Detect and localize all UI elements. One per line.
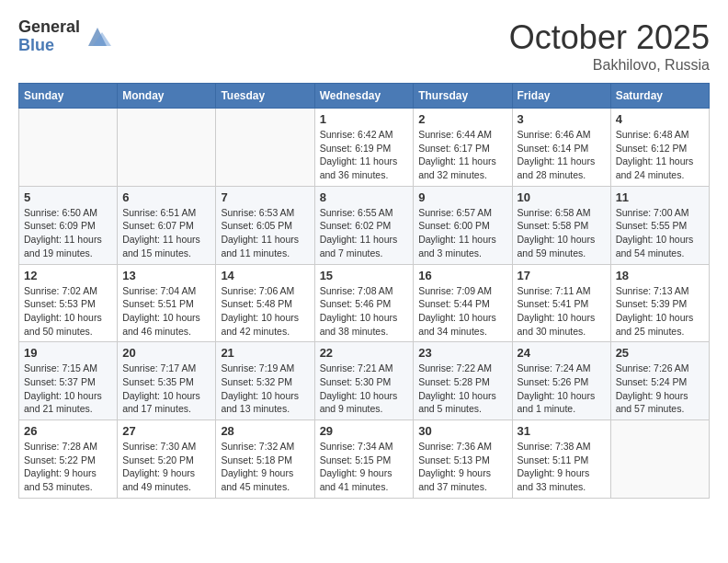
day-info: Sunrise: 7:04 AM Sunset: 5:51 PM Dayligh… <box>122 284 210 339</box>
calendar-week-5: 26Sunrise: 7:28 AM Sunset: 5:22 PM Dayli… <box>19 420 710 499</box>
calendar-cell: 13Sunrise: 7:04 AM Sunset: 5:51 PM Dayli… <box>118 264 216 342</box>
day-header-sunday: Sunday <box>19 84 118 109</box>
day-header-saturday: Saturday <box>610 84 709 109</box>
day-number: 30 <box>418 424 506 438</box>
logo-text: General Blue <box>18 18 80 55</box>
day-info: Sunrise: 7:17 AM Sunset: 5:35 PM Dayligh… <box>122 362 210 416</box>
day-header-monday: Monday <box>118 84 216 109</box>
calendar-cell: 28Sunrise: 7:32 AM Sunset: 5:18 PM Dayli… <box>216 420 314 499</box>
calendar-cell: 5Sunrise: 6:50 AM Sunset: 6:09 PM Daylig… <box>19 186 118 264</box>
calendar-cell: 19Sunrise: 7:15 AM Sunset: 5:37 PM Dayli… <box>19 342 118 420</box>
day-info: Sunrise: 7:19 AM Sunset: 5:32 PM Dayligh… <box>221 362 309 416</box>
calendar-table: SundayMondayTuesdayWednesdayThursdayFrid… <box>18 83 710 499</box>
calendar-cell: 11Sunrise: 7:00 AM Sunset: 5:55 PM Dayli… <box>610 186 709 264</box>
day-info: Sunrise: 6:44 AM Sunset: 6:17 PM Dayligh… <box>418 128 506 182</box>
title-block: October 2025 Bakhilovo, Russia <box>509 18 710 74</box>
day-info: Sunrise: 6:46 AM Sunset: 6:14 PM Dayligh… <box>518 128 606 182</box>
month-title: October 2025 <box>509 18 710 57</box>
calendar-cell <box>610 420 709 499</box>
day-number: 26 <box>24 424 112 438</box>
calendar-cell: 14Sunrise: 7:06 AM Sunset: 5:48 PM Dayli… <box>216 264 314 342</box>
calendar-cell: 7Sunrise: 6:53 AM Sunset: 6:05 PM Daylig… <box>216 186 314 264</box>
calendar-cell: 20Sunrise: 7:17 AM Sunset: 5:35 PM Dayli… <box>118 342 216 420</box>
day-number: 28 <box>221 424 309 438</box>
day-header-thursday: Thursday <box>414 84 512 109</box>
day-number: 3 <box>518 112 606 126</box>
day-number: 16 <box>418 269 506 282</box>
calendar-cell: 6Sunrise: 6:51 AM Sunset: 6:07 PM Daylig… <box>118 186 216 264</box>
day-header-wednesday: Wednesday <box>314 84 414 109</box>
day-info: Sunrise: 7:28 AM Sunset: 5:22 PM Dayligh… <box>24 440 112 494</box>
calendar-cell: 29Sunrise: 7:34 AM Sunset: 5:15 PM Dayli… <box>314 420 414 499</box>
day-info: Sunrise: 6:50 AM Sunset: 6:09 PM Dayligh… <box>24 206 112 260</box>
calendar-cell <box>118 109 216 187</box>
day-number: 20 <box>122 346 210 360</box>
calendar-cell: 3Sunrise: 6:46 AM Sunset: 6:14 PM Daylig… <box>512 109 610 187</box>
calendar-cell: 8Sunrise: 6:55 AM Sunset: 6:02 PM Daylig… <box>314 186 414 264</box>
day-number: 31 <box>518 424 606 438</box>
calendar-cell: 10Sunrise: 6:58 AM Sunset: 5:58 PM Dayli… <box>512 186 610 264</box>
calendar-cell: 18Sunrise: 7:13 AM Sunset: 5:39 PM Dayli… <box>610 264 709 342</box>
calendar-cell: 23Sunrise: 7:22 AM Sunset: 5:28 PM Dayli… <box>414 342 512 420</box>
day-number: 11 <box>616 190 704 204</box>
calendar-week-3: 12Sunrise: 7:02 AM Sunset: 5:53 PM Dayli… <box>19 264 710 342</box>
day-info: Sunrise: 7:32 AM Sunset: 5:18 PM Dayligh… <box>221 440 309 494</box>
calendar-cell: 9Sunrise: 6:57 AM Sunset: 6:00 PM Daylig… <box>414 186 512 264</box>
day-info: Sunrise: 6:51 AM Sunset: 6:07 PM Dayligh… <box>122 206 210 260</box>
day-info: Sunrise: 7:26 AM Sunset: 5:24 PM Dayligh… <box>616 362 704 416</box>
calendar-cell: 31Sunrise: 7:38 AM Sunset: 5:11 PM Dayli… <box>512 420 610 499</box>
day-info: Sunrise: 6:53 AM Sunset: 6:05 PM Dayligh… <box>221 206 309 260</box>
calendar-header-row: SundayMondayTuesdayWednesdayThursdayFrid… <box>19 84 710 109</box>
calendar-cell: 24Sunrise: 7:24 AM Sunset: 5:26 PM Dayli… <box>512 342 610 420</box>
day-header-tuesday: Tuesday <box>216 84 314 109</box>
calendar-cell: 2Sunrise: 6:44 AM Sunset: 6:17 PM Daylig… <box>414 109 512 187</box>
day-info: Sunrise: 6:55 AM Sunset: 6:02 PM Dayligh… <box>320 206 409 260</box>
day-info: Sunrise: 6:48 AM Sunset: 6:12 PM Dayligh… <box>616 128 704 182</box>
day-number: 9 <box>418 190 506 204</box>
calendar-cell: 16Sunrise: 7:09 AM Sunset: 5:44 PM Dayli… <box>414 264 512 342</box>
day-info: Sunrise: 7:11 AM Sunset: 5:41 PM Dayligh… <box>518 284 606 339</box>
day-number: 18 <box>616 269 704 282</box>
calendar-cell: 27Sunrise: 7:30 AM Sunset: 5:20 PM Dayli… <box>118 420 216 499</box>
day-number: 4 <box>616 112 704 126</box>
subtitle: Bakhilovo, Russia <box>509 57 710 74</box>
calendar-cell: 22Sunrise: 7:21 AM Sunset: 5:30 PM Dayli… <box>314 342 414 420</box>
calendar-cell: 30Sunrise: 7:36 AM Sunset: 5:13 PM Dayli… <box>414 420 512 499</box>
day-info: Sunrise: 7:06 AM Sunset: 5:48 PM Dayligh… <box>221 284 309 339</box>
page-header: General Blue October 2025 Bakhilovo, Rus… <box>18 18 710 74</box>
calendar-cell <box>216 109 314 187</box>
day-number: 25 <box>616 346 704 360</box>
day-number: 6 <box>122 190 210 204</box>
day-info: Sunrise: 7:09 AM Sunset: 5:44 PM Dayligh… <box>418 284 506 339</box>
day-info: Sunrise: 7:34 AM Sunset: 5:15 PM Dayligh… <box>320 440 409 494</box>
calendar-cell: 21Sunrise: 7:19 AM Sunset: 5:32 PM Dayli… <box>216 342 314 420</box>
calendar-cell: 1Sunrise: 6:42 AM Sunset: 6:19 PM Daylig… <box>314 109 414 187</box>
day-number: 29 <box>320 424 409 438</box>
calendar-cell: 15Sunrise: 7:08 AM Sunset: 5:46 PM Dayli… <box>314 264 414 342</box>
day-info: Sunrise: 6:42 AM Sunset: 6:19 PM Dayligh… <box>320 128 409 182</box>
day-info: Sunrise: 7:21 AM Sunset: 5:30 PM Dayligh… <box>320 362 409 416</box>
day-header-friday: Friday <box>512 84 610 109</box>
day-info: Sunrise: 7:30 AM Sunset: 5:20 PM Dayligh… <box>122 440 210 494</box>
day-number: 7 <box>221 190 309 204</box>
calendar-week-4: 19Sunrise: 7:15 AM Sunset: 5:37 PM Dayli… <box>19 342 710 420</box>
day-number: 1 <box>320 112 409 126</box>
day-info: Sunrise: 7:24 AM Sunset: 5:26 PM Dayligh… <box>518 362 606 416</box>
day-number: 19 <box>24 346 112 360</box>
day-number: 2 <box>418 112 506 126</box>
calendar-cell <box>19 109 118 187</box>
day-number: 13 <box>122 269 210 282</box>
day-number: 21 <box>221 346 309 360</box>
day-number: 14 <box>221 269 309 282</box>
day-number: 24 <box>518 346 606 360</box>
day-info: Sunrise: 6:57 AM Sunset: 6:00 PM Dayligh… <box>418 206 506 260</box>
day-info: Sunrise: 6:58 AM Sunset: 5:58 PM Dayligh… <box>518 206 606 260</box>
logo-general: General <box>18 18 80 37</box>
day-number: 5 <box>24 190 112 204</box>
logo: General Blue <box>18 18 111 55</box>
day-number: 22 <box>320 346 409 360</box>
day-info: Sunrise: 7:08 AM Sunset: 5:46 PM Dayligh… <box>320 284 409 339</box>
calendar-week-1: 1Sunrise: 6:42 AM Sunset: 6:19 PM Daylig… <box>19 109 710 187</box>
day-number: 10 <box>518 190 606 204</box>
day-info: Sunrise: 7:00 AM Sunset: 5:55 PM Dayligh… <box>616 206 704 260</box>
